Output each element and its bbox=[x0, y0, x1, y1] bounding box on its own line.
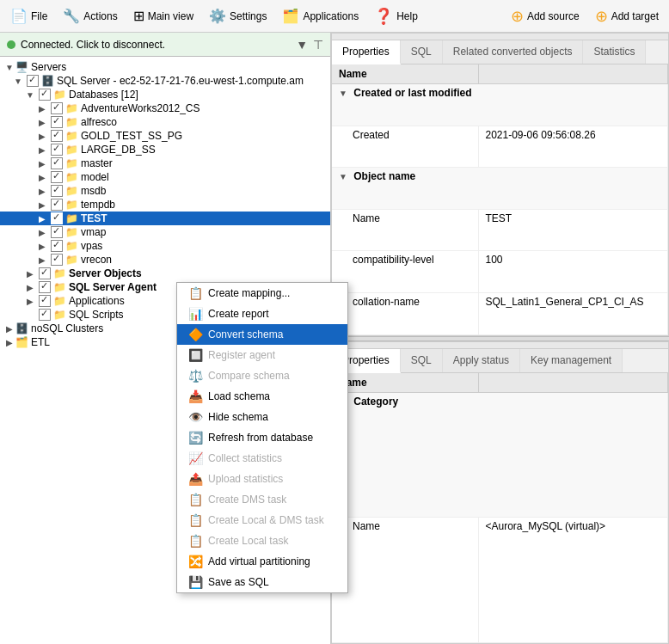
db-arrow-vpas[interactable] bbox=[36, 242, 48, 251]
settings-icon: ⚙️ bbox=[209, 8, 226, 24]
db-checkbox-vrecon[interactable] bbox=[51, 254, 63, 266]
servers-arrow[interactable] bbox=[3, 63, 15, 72]
db-arrow-4[interactable] bbox=[36, 159, 48, 169]
tree-db-gold[interactable]: 📁 GOLD_TEST_SS_PG bbox=[0, 129, 330, 143]
tree-db-adventureworks[interactable]: 📁 AdventureWorks2012_CS bbox=[0, 101, 330, 115]
menu-create-local-dms[interactable]: 📋 Create Local & DMS task bbox=[177, 510, 347, 531]
menu-hide-schema[interactable]: 👁️ Hide schema bbox=[177, 407, 347, 427]
connection-bar[interactable]: Connected. Click to disconnect. ▼ ⊤ bbox=[0, 33, 330, 57]
toolbar-applications[interactable]: 🗂️ Applications bbox=[275, 4, 365, 28]
tree-db-test[interactable]: 📁 TEST bbox=[0, 212, 330, 225]
db-arrow-test[interactable] bbox=[36, 214, 48, 224]
tree-db-vmap[interactable]: 📁 vmap bbox=[0, 225, 330, 239]
toolbar-add-source[interactable]: ⊕ Add source bbox=[504, 3, 586, 29]
sql-scripts-checkbox[interactable] bbox=[39, 309, 51, 321]
server-objects-checkbox[interactable] bbox=[39, 267, 51, 279]
sql-server-arrow[interactable] bbox=[12, 77, 24, 86]
toolbar-settings[interactable]: ⚙️ Settings bbox=[202, 4, 273, 28]
tree-db-master[interactable]: 📁 master bbox=[0, 156, 330, 170]
tree-db-large[interactable]: 📁 LARGE_DB_SS bbox=[0, 143, 330, 156]
db-checkbox-2[interactable] bbox=[51, 130, 63, 142]
menu-load-schema[interactable]: 📥 Load schema bbox=[177, 386, 347, 407]
nosql-arrow[interactable] bbox=[3, 324, 15, 334]
tab-key-management[interactable]: Key management bbox=[520, 349, 623, 372]
tab-related-converted-objects[interactable]: Related converted objects bbox=[443, 40, 584, 64]
db-label-1: alfresco bbox=[81, 116, 117, 128]
tree-db-msdb[interactable]: 📁 msdb bbox=[0, 184, 330, 198]
tab-sql-top[interactable]: SQL bbox=[401, 40, 443, 64]
db-checkbox-test[interactable] bbox=[51, 212, 63, 224]
toolbar-file[interactable]: 📄 File bbox=[3, 4, 54, 28]
tree-db-model[interactable]: 📁 model bbox=[0, 170, 330, 184]
databases-icon: 📁 bbox=[53, 89, 66, 101]
db-checkbox-7[interactable] bbox=[51, 199, 63, 211]
applications-checkbox[interactable] bbox=[39, 295, 51, 307]
db-checkbox-3[interactable] bbox=[51, 144, 63, 156]
tab-statistics-top[interactable]: Statistics bbox=[583, 40, 646, 64]
toolbar-add-target[interactable]: ⊕ Add target bbox=[588, 3, 666, 29]
add-virtual-icon: 🔀 bbox=[187, 555, 203, 568]
tree-db-vpas[interactable]: 📁 vpas bbox=[0, 239, 330, 253]
menu-create-dms-task[interactable]: 📋 Create DMS task bbox=[177, 489, 347, 510]
toolbar-main-view[interactable]: ⊞ Main view bbox=[126, 4, 200, 28]
sql-server-checkbox[interactable] bbox=[27, 75, 39, 87]
etl-arrow[interactable] bbox=[3, 338, 15, 347]
tree-db-tempdb[interactable]: 📁 tempdb bbox=[0, 198, 330, 212]
sql-server-agent-arrow[interactable] bbox=[24, 283, 36, 292]
filter-funnel-icon[interactable]: ⊤ bbox=[313, 38, 323, 52]
tree-databases[interactable]: 📁 Databases [12] bbox=[0, 88, 330, 101]
menu-create-local-task[interactable]: 📋 Create Local task bbox=[177, 531, 347, 551]
menu-register-agent[interactable]: 🔲 Register agent bbox=[177, 345, 347, 365]
menu-convert-schema[interactable]: 🔶 Convert schema bbox=[177, 324, 347, 345]
tree-sql-server[interactable]: 🗄️ SQL Server - ec2-52-17-21-76.eu-west-… bbox=[0, 74, 330, 88]
tab-apply-status[interactable]: Apply status bbox=[443, 349, 520, 372]
db-checkbox-5[interactable] bbox=[51, 171, 63, 183]
category-name-key: Name bbox=[332, 518, 478, 643]
db-arrow-vmap[interactable] bbox=[36, 228, 48, 237]
section-arrow-object-name: ▼ bbox=[339, 172, 347, 181]
db-checkbox-1[interactable] bbox=[51, 116, 63, 128]
db-arrow-5[interactable] bbox=[36, 173, 48, 182]
filter-icon[interactable]: ▼ bbox=[296, 38, 308, 52]
applications-tree-arrow[interactable] bbox=[24, 297, 36, 306]
menu-save-as-sql[interactable]: 💾 Save as SQL bbox=[177, 572, 347, 592]
menu-create-report[interactable]: 📊 Create report bbox=[177, 304, 347, 324]
tab-sql-bottom[interactable]: SQL bbox=[401, 349, 443, 372]
tree-server-objects[interactable]: 📁 Server Objects bbox=[0, 267, 330, 280]
databases-checkbox[interactable] bbox=[39, 89, 51, 101]
menu-collect-stats-label: Collect statistics bbox=[208, 452, 282, 464]
db-label-vmap: vmap bbox=[81, 226, 106, 238]
tab-properties-top[interactable]: Properties bbox=[332, 40, 401, 64]
db-arrow-0[interactable] bbox=[36, 104, 48, 113]
db-arrow-1[interactable] bbox=[36, 118, 48, 127]
db-arrow-2[interactable] bbox=[36, 132, 48, 141]
sql-server-agent-checkbox[interactable] bbox=[39, 281, 51, 293]
menu-compare-schema[interactable]: ⚖️ Compare schema bbox=[177, 365, 347, 386]
table-row-name: Name TEST bbox=[332, 209, 668, 251]
menu-refresh-from-database[interactable]: 🔄 Refresh from database bbox=[177, 427, 347, 448]
db-checkbox-4[interactable] bbox=[51, 157, 63, 169]
tree-servers[interactable]: 🖥️ Servers bbox=[0, 60, 330, 74]
menu-upload-statistics[interactable]: 📤 Upload statistics bbox=[177, 469, 347, 489]
menu-collect-statistics[interactable]: 📈 Collect statistics bbox=[177, 448, 347, 469]
menu-create-mapping[interactable]: 📋 Create mapping... bbox=[177, 283, 347, 304]
db-checkbox-vmap[interactable] bbox=[51, 226, 63, 238]
menu-add-virtual-partitioning[interactable]: 🔀 Add virtual partitioning bbox=[177, 551, 347, 572]
main-view-icon: ⊞ bbox=[133, 8, 144, 24]
toolbar-help[interactable]: ❓ Help bbox=[367, 3, 425, 29]
tree-db-alfresco[interactable]: 📁 alfresco bbox=[0, 115, 330, 129]
db-checkbox-vpas[interactable] bbox=[51, 240, 63, 252]
create-report-icon: 📊 bbox=[187, 307, 203, 321]
db-arrow-vrecon[interactable] bbox=[36, 255, 48, 265]
db-arrow-7[interactable] bbox=[36, 200, 48, 210]
top-table-col2-header bbox=[478, 64, 668, 84]
compat-value: 100 bbox=[478, 251, 668, 293]
db-arrow-6[interactable] bbox=[36, 187, 48, 196]
db-arrow-3[interactable] bbox=[36, 145, 48, 155]
toolbar-actions[interactable]: 🔧 Actions bbox=[56, 4, 124, 28]
db-checkbox-0[interactable] bbox=[51, 102, 63, 114]
tree-db-vrecon[interactable]: 📁 vrecon bbox=[0, 253, 330, 267]
databases-arrow[interactable] bbox=[24, 90, 36, 100]
db-checkbox-6[interactable] bbox=[51, 185, 63, 197]
server-objects-arrow[interactable] bbox=[24, 269, 36, 279]
